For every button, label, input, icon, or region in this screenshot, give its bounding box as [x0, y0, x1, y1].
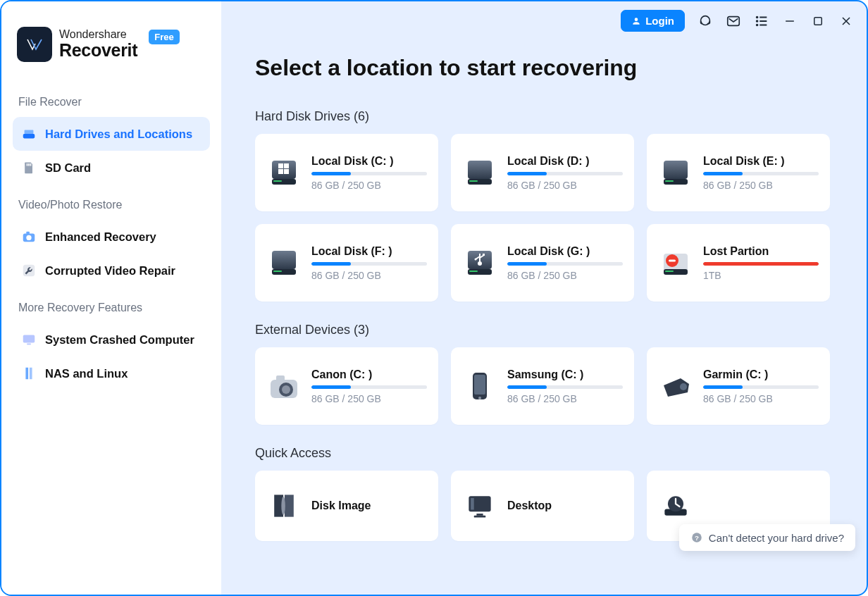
brand-logo-icon	[17, 27, 52, 62]
brand-top: Wondershare	[59, 29, 137, 41]
drive-card[interactable]: Local Disk (G: )86 GB / 250 GB	[451, 224, 634, 302]
usage-fill	[507, 172, 547, 175]
phone-icon	[462, 368, 497, 404]
content: Select a location to start recovering Ha…	[221, 1, 867, 541]
card-body: Samsung (C: )86 GB / 250 GB	[507, 368, 623, 404]
card-body: Local Disk (E: )86 GB / 250 GB	[703, 155, 819, 191]
drive-card[interactable]: Desktop	[451, 471, 634, 541]
svg-point-15	[757, 16, 758, 18]
drive-icon	[21, 126, 37, 142]
card-body: Disk Image	[311, 499, 427, 512]
svg-rect-22	[814, 17, 822, 25]
card-title: Samsung (C: )	[507, 368, 623, 381]
card-body: Local Disk (C: )86 GB / 250 GB	[311, 155, 427, 191]
card-sub: 86 GB / 250 GB	[703, 180, 819, 191]
usage-fill	[703, 385, 743, 389]
card-body: Local Disk (G: )86 GB / 250 GB	[507, 245, 623, 281]
svg-rect-40	[273, 271, 282, 272]
card-grid: Local Disk (C: )86 GB / 250 GB Local Dis…	[255, 134, 833, 302]
svg-point-6	[26, 235, 31, 240]
login-button[interactable]: Login	[621, 10, 685, 32]
server-icon	[21, 366, 37, 381]
usage-fill	[311, 172, 351, 175]
drive-card[interactable]: Canon (C: )86 GB / 250 GB	[255, 347, 438, 425]
titlebar: Login	[621, 10, 854, 32]
free-badge: Free	[149, 30, 179, 44]
nav-section-label: File Recover	[13, 82, 210, 117]
sd-icon	[21, 160, 37, 175]
camera-dev-icon	[266, 368, 302, 404]
brand: Wondershare Recoverit Free	[13, 18, 210, 82]
disk-image-icon	[266, 488, 302, 523]
usage-fill	[703, 172, 743, 175]
usage-fill	[311, 262, 351, 266]
mail-icon[interactable]	[726, 13, 741, 29]
card-grid: Canon (C: )86 GB / 250 GBSamsung (C: )86…	[255, 347, 833, 425]
maximize-icon[interactable]	[810, 13, 826, 29]
svg-rect-54	[276, 375, 285, 381]
usage-bar	[703, 172, 819, 175]
section-ext: External Devices (3)Canon (C: )86 GB / 2…	[255, 323, 833, 425]
monitor-icon	[21, 332, 37, 347]
time-machine-icon	[658, 488, 693, 523]
drive-card[interactable]: Disk Image	[255, 471, 438, 541]
svg-rect-9	[23, 335, 35, 343]
card-sub: 1TB	[703, 270, 819, 281]
svg-rect-10	[27, 344, 31, 345]
sidebar-item-nas[interactable]: NAS and Linux	[13, 356, 210, 390]
close-icon[interactable]	[838, 13, 854, 29]
drive-card[interactable]: Local Disk (E: )86 GB / 250 GB	[647, 134, 830, 211]
svg-rect-43	[469, 271, 478, 272]
card-body: Canon (C: )86 GB / 250 GB	[311, 368, 427, 404]
sidebar-item-hard-drives[interactable]: Hard Drives and Locations	[13, 117, 210, 151]
svg-rect-58	[474, 375, 485, 395]
drive-card[interactable]: Local Disk (D: )86 GB / 250 GB	[451, 134, 634, 211]
drive-card[interactable]: Lost Partion1TB	[647, 224, 830, 302]
help-text: Can't detect your hard drive?	[709, 532, 844, 544]
card-title: Garmin (C: )	[703, 368, 819, 381]
usage-bar	[703, 385, 819, 389]
svg-rect-12	[30, 368, 32, 380]
usage-bar	[311, 172, 427, 175]
usage-bar	[311, 385, 427, 389]
card-body: Garmin (C: )86 GB / 250 GB	[703, 368, 819, 404]
drive-icon	[658, 155, 693, 190]
svg-rect-0	[23, 134, 35, 138]
sidebar-item-enhanced[interactable]: Enhanced Recovery	[13, 220, 210, 254]
card-body: Local Disk (D: )86 GB / 250 GB	[507, 155, 623, 191]
nav-item-label: Enhanced Recovery	[45, 230, 156, 244]
nav-section-label: More Recovery Features	[13, 287, 210, 323]
drive-card[interactable]: Garmin (C: )86 GB / 250 GB	[647, 347, 830, 425]
card-sub: 86 GB / 250 GB	[311, 393, 427, 404]
svg-rect-2	[27, 163, 28, 166]
minimize-icon[interactable]	[782, 13, 798, 29]
section-title: Quick Access	[255, 446, 833, 461]
card-body: Lost Partion1TB	[703, 245, 819, 281]
nav-item-label: SD Card	[45, 161, 91, 175]
help-pill[interactable]: ? Can't detect your hard drive?	[679, 524, 855, 551]
sidebar-item-sd-card[interactable]: SD Card	[13, 151, 210, 185]
card-title: Local Disk (E: )	[703, 155, 819, 168]
sidebar-item-crashed[interactable]: System Crashed Computer	[13, 323, 210, 356]
svg-rect-50	[665, 271, 674, 272]
section-title: External Devices (3)	[255, 323, 833, 337]
svg-rect-4	[30, 163, 32, 166]
drive-card[interactable]: Local Disk (C: )86 GB / 250 GB	[255, 134, 438, 211]
support-icon[interactable]	[698, 13, 713, 29]
brand-text: Wondershare Recoverit	[59, 29, 137, 59]
drive-card[interactable]: Samsung (C: )86 GB / 250 GB	[451, 347, 634, 425]
card-title: Local Disk (D: )	[507, 155, 623, 168]
list-icon[interactable]	[754, 13, 769, 29]
drive-card[interactable]: Local Disk (F: )86 GB / 250 GB	[255, 224, 438, 302]
card-sub: 86 GB / 250 GB	[507, 180, 623, 191]
sidebar-item-corrupted[interactable]: Corrupted Video Repair	[13, 254, 210, 287]
card-title: Disk Image	[311, 499, 427, 512]
desktop-icon	[462, 488, 497, 523]
svg-rect-28	[278, 163, 283, 168]
svg-point-61	[281, 497, 285, 515]
svg-point-19	[757, 24, 758, 25]
svg-rect-65	[474, 516, 486, 518]
app-window: Wondershare Recoverit Free File RecoverH…	[0, 0, 868, 596]
section-hdd: Hard Disk Drives (6) Local Disk (C: )86 …	[255, 109, 833, 302]
usb-drive-icon	[462, 245, 497, 280]
